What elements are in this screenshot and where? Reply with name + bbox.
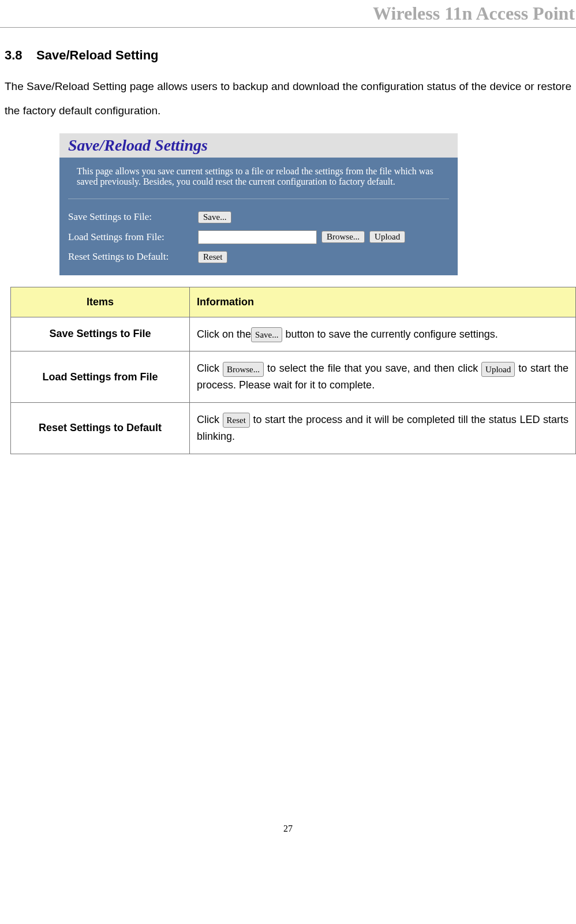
load-row: Load Settings from File: Browse... Uploa… xyxy=(59,227,458,248)
row-item: Load Settings from File xyxy=(11,351,190,403)
page-number: 27 xyxy=(0,824,576,834)
panel-title: Save/Reload Settings xyxy=(59,133,458,158)
section-number: 3.8 xyxy=(5,48,23,62)
save-row: Save Settings to File: Save... xyxy=(59,208,458,227)
row-info: Click on theSave... button to save the c… xyxy=(190,317,576,351)
row-item: Reset Settings to Default xyxy=(11,402,190,454)
upload-button[interactable]: Upload xyxy=(369,231,405,243)
browse-inline-button: Browse... xyxy=(223,362,264,377)
row-item: Save Settings to File xyxy=(11,317,190,351)
table-row: Load Settings from File Click Browse... … xyxy=(11,351,576,403)
info-table: Items Information Save Settings to File … xyxy=(10,287,576,454)
reset-button[interactable]: Reset xyxy=(198,251,227,263)
page-header: Wireless 11n Access Point xyxy=(0,0,576,28)
save-label: Save Settings to File: xyxy=(68,211,198,223)
browse-button[interactable]: Browse... xyxy=(321,231,365,243)
file-path-input[interactable] xyxy=(198,230,317,244)
section-title: Save/Reload Setting xyxy=(36,48,159,62)
reset-inline-button: Reset xyxy=(223,413,250,428)
reset-label: Reset Settings to Default: xyxy=(68,251,198,263)
intro-text: The Save/Reload Setting page allows user… xyxy=(5,74,571,123)
page-content: 3.8 Save/Reload Setting The Save/Reload … xyxy=(0,28,576,454)
upload-inline-button: Upload xyxy=(481,362,515,377)
row-info: Click Browse... to select the file that … xyxy=(190,351,576,403)
table-row: Reset Settings to Default Click Reset to… xyxy=(11,402,576,454)
save-button[interactable]: Save... xyxy=(198,211,231,223)
table-row: Save Settings to File Click on theSave..… xyxy=(11,317,576,351)
embedded-ui-screenshot: Save/Reload Settings This page allows yo… xyxy=(59,133,458,275)
reset-row: Reset Settings to Default: Reset xyxy=(59,248,458,267)
section-heading: 3.8 Save/Reload Setting xyxy=(5,48,571,63)
panel-description: This page allows you save current settin… xyxy=(68,158,449,199)
load-label: Load Settings from File: xyxy=(68,231,198,243)
save-inline-button: Save... xyxy=(251,327,282,342)
header-information: Information xyxy=(190,287,576,317)
row-info: Click Reset to start the process and it … xyxy=(190,402,576,454)
table-header-row: Items Information xyxy=(11,287,576,317)
header-title: Wireless 11n Access Point xyxy=(373,3,575,24)
header-items: Items xyxy=(11,287,190,317)
